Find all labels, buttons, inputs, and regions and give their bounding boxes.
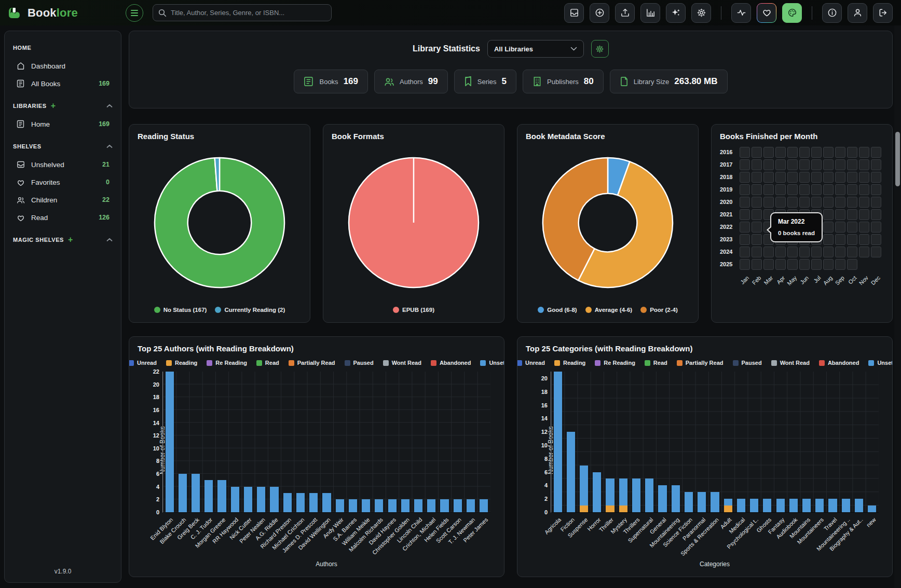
heatmap-cell[interactable]: [835, 234, 845, 245]
heatmap-cell[interactable]: [752, 159, 762, 170]
legend-item[interactable]: EPUB (169): [393, 307, 434, 313]
legend-item[interactable]: Abandoned: [431, 360, 471, 366]
heatmap-cell[interactable]: [835, 222, 845, 233]
heatmap-cell[interactable]: [871, 234, 881, 245]
bar[interactable]: [179, 474, 187, 512]
bar[interactable]: [724, 499, 732, 512]
heatmap-cell[interactable]: [740, 209, 750, 220]
brand-logo[interactable]: Booklore: [8, 6, 78, 20]
bar-segment-unread[interactable]: [270, 487, 278, 512]
heatmap-cell[interactable]: [859, 159, 869, 170]
sidebar-item-home-library[interactable]: Home 169: [13, 115, 113, 133]
bar[interactable]: [776, 499, 785, 512]
bar-segment-unread[interactable]: [593, 472, 601, 512]
heatmap-cell[interactable]: [787, 172, 798, 183]
heatmap-cell[interactable]: [835, 147, 845, 158]
bar[interactable]: [606, 478, 614, 512]
bar[interactable]: [296, 493, 305, 512]
sidebar-item-favorites[interactable]: Favorites 0: [13, 173, 113, 191]
heatmap-cell[interactable]: [740, 184, 750, 195]
bar[interactable]: [828, 499, 837, 512]
bar[interactable]: [711, 492, 719, 512]
bar-segment-reading[interactable]: [606, 505, 614, 512]
heatmap-cell[interactable]: [835, 197, 845, 208]
heatmap-cell[interactable]: [787, 159, 798, 170]
page-scrollbar-track[interactable]: [894, 25, 901, 588]
heatmap-cell[interactable]: [811, 172, 822, 183]
info-button[interactable]: [822, 3, 842, 23]
heatmap-cell[interactable]: [775, 172, 786, 183]
bar[interactable]: [750, 499, 758, 512]
heatmap-cell[interactable]: [847, 247, 857, 257]
bar[interactable]: [580, 466, 588, 512]
bar-segment-unread[interactable]: [698, 492, 706, 512]
heatmap-cell[interactable]: [823, 222, 834, 233]
heatmap-cell[interactable]: [740, 247, 750, 257]
bar[interactable]: [467, 499, 475, 512]
heatmap-cell[interactable]: [763, 247, 774, 257]
heatmap-cell[interactable]: [811, 147, 822, 158]
add-library-button[interactable]: +: [51, 102, 56, 110]
heatmap-cell[interactable]: [835, 259, 845, 270]
legend-item[interactable]: Partially Read: [677, 360, 723, 366]
heatmap-cell[interactable]: [859, 234, 869, 245]
bar-segment-unread[interactable]: [789, 499, 798, 512]
heatmap-cell[interactable]: [847, 184, 857, 195]
page-scrollbar-thumb[interactable]: [895, 132, 900, 186]
heatmap-cell[interactable]: [871, 147, 881, 158]
bar-segment-unread[interactable]: [606, 478, 614, 505]
bar-segment-unread[interactable]: [750, 499, 758, 512]
bar[interactable]: [270, 487, 278, 512]
legend-item[interactable]: Re Reading: [207, 360, 247, 366]
legend-item[interactable]: Wont Read: [771, 360, 810, 366]
heatmap-cell[interactable]: [871, 197, 881, 208]
bar-segment-unread[interactable]: [658, 485, 666, 512]
legend-item[interactable]: Poor (2-4): [640, 307, 678, 313]
heatmap-cell[interactable]: [799, 197, 810, 208]
heatmap-cell[interactable]: [823, 184, 834, 195]
global-search[interactable]: [153, 4, 332, 21]
legend-item[interactable]: Unread: [129, 360, 157, 366]
legend-item[interactable]: Currently Reading (2): [215, 307, 285, 313]
legend-item[interactable]: Paused: [733, 360, 762, 366]
bar[interactable]: [283, 493, 292, 512]
legend-item[interactable]: Unset: [480, 360, 504, 366]
bar-segment-unread[interactable]: [724, 499, 732, 505]
legend-item[interactable]: Unread: [517, 360, 545, 366]
bar[interactable]: [401, 499, 409, 512]
bar[interactable]: [192, 474, 200, 512]
bar-segment-unread[interactable]: [467, 499, 475, 512]
bar-segment-unread[interactable]: [440, 499, 448, 512]
bar[interactable]: [737, 499, 745, 512]
legend-item[interactable]: Paused: [345, 360, 374, 366]
bar-segment-reading[interactable]: [619, 505, 627, 512]
bar-segment-unread[interactable]: [427, 499, 435, 512]
bar[interactable]: [414, 499, 422, 512]
legend-item[interactable]: Read: [645, 360, 667, 366]
bar-segment-unread[interactable]: [711, 492, 719, 512]
bar[interactable]: [802, 499, 811, 512]
bar-segment-unread[interactable]: [322, 493, 331, 512]
heatmap-cell[interactable]: [823, 197, 834, 208]
bar[interactable]: [855, 499, 863, 512]
sidebar-item-all-books[interactable]: All Books 169: [13, 75, 113, 92]
favorites-heart-button[interactable]: [757, 3, 776, 23]
bar-segment-unread[interactable]: [231, 487, 239, 512]
bar[interactable]: [336, 499, 344, 512]
bar-segment-unread[interactable]: [388, 499, 397, 512]
chevron-up-icon[interactable]: [106, 144, 113, 148]
bar-segment-unread[interactable]: [842, 499, 850, 512]
heatmap-cell[interactable]: [871, 184, 881, 195]
legend-item[interactable]: Reading: [554, 360, 585, 366]
heatmap-cell[interactable]: [811, 259, 822, 270]
bar[interactable]: [763, 499, 771, 512]
bar[interactable]: [789, 499, 798, 512]
sparkles-ai-button[interactable]: [666, 3, 686, 23]
heatmap-cell[interactable]: [835, 172, 845, 183]
heatmap-cell[interactable]: [811, 159, 822, 170]
chevron-up-icon[interactable]: [106, 104, 113, 108]
heatmap-cell[interactable]: [835, 209, 845, 220]
bar[interactable]: [567, 432, 575, 512]
bar[interactable]: [480, 499, 488, 512]
heatmap-cell[interactable]: [799, 247, 810, 257]
